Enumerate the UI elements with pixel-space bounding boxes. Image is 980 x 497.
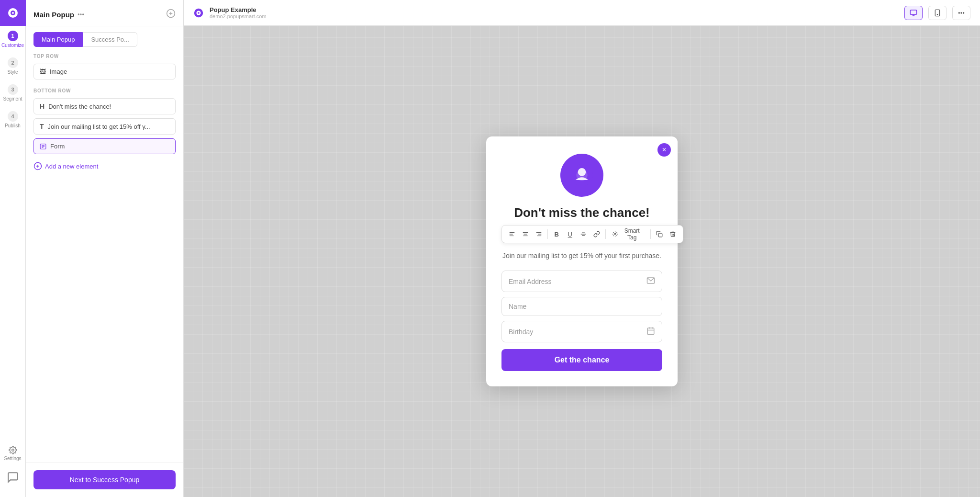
format-divider-1 xyxy=(547,229,548,239)
email-field[interactable]: Email Address xyxy=(501,271,662,292)
popup-logo-icon xyxy=(570,163,594,187)
form-item-label: Form xyxy=(50,143,65,150)
popup-close-button[interactable]: × xyxy=(657,143,671,157)
svg-rect-44 xyxy=(647,328,654,335)
more-options-topbar-button[interactable] xyxy=(952,6,970,20)
popup-heading[interactable]: Don't miss the chance! xyxy=(501,205,662,220)
format-divider-2 xyxy=(605,229,606,239)
t-icon: T xyxy=(40,123,44,130)
form-icon xyxy=(40,143,46,150)
step-label-style: Style xyxy=(7,69,18,75)
sidebar-item-style[interactable]: 2 Style xyxy=(0,53,26,79)
strikethrough-button[interactable] xyxy=(577,227,590,241)
svg-rect-23 xyxy=(935,10,939,16)
bottom-row-label: BOTTOM ROW xyxy=(26,81,183,96)
add-element-label: Add a new element xyxy=(45,163,98,170)
mobile-icon xyxy=(934,9,941,17)
tab-success-popup[interactable]: Success Po... xyxy=(83,32,137,47)
popup-logo-circle xyxy=(560,154,603,197)
top-row-image-item[interactable]: 🖼 Image xyxy=(33,64,176,79)
top-row-label: TOP ROW xyxy=(26,47,183,62)
desktop-view-button[interactable] xyxy=(904,6,923,20)
bottom-row-heading-item[interactable]: H Don't miss the chance! xyxy=(33,98,176,114)
svg-point-4 xyxy=(78,14,79,15)
sidebar-item-publish[interactable]: 4 Publish xyxy=(0,106,26,133)
calendar-icon xyxy=(646,327,655,337)
align-left-button[interactable] xyxy=(506,227,518,241)
smart-tag-label: Smart Tag xyxy=(620,227,644,241)
topbar-domain: demo2.popupsmart.com xyxy=(210,13,267,19)
heading-item-label: Don't miss the chance! xyxy=(48,103,111,110)
underline-button[interactable]: U xyxy=(564,227,576,241)
bottom-row-form-item[interactable]: Form xyxy=(33,138,176,154)
svg-point-25 xyxy=(958,12,959,13)
more-options-icon[interactable] xyxy=(77,11,85,18)
panel-footer: Next to Success Popup xyxy=(26,462,183,497)
popup-smart-topbar-logo xyxy=(193,8,204,18)
smart-tag-icon xyxy=(612,231,618,237)
settings-button[interactable]: Settings xyxy=(0,441,26,465)
step-num-4: 4 xyxy=(8,111,18,122)
popup-logo-area xyxy=(501,154,662,197)
step-label-publish: Publish xyxy=(5,123,21,128)
add-new-element-button[interactable]: Add a new element xyxy=(26,156,183,176)
copy-button[interactable] xyxy=(653,227,666,241)
birthday-placeholder: Birthday xyxy=(509,328,533,336)
panel-header: Main Popup xyxy=(26,0,183,26)
format-divider-3 xyxy=(650,229,651,239)
svg-rect-20 xyxy=(910,10,916,14)
topbar-title: Popup Example xyxy=(210,6,267,13)
delete-icon xyxy=(669,231,676,237)
name-field[interactable]: Name xyxy=(501,297,662,316)
bold-button[interactable]: B xyxy=(550,227,563,241)
birthday-field[interactable]: Birthday xyxy=(501,321,662,342)
submit-button[interactable]: Get the chance xyxy=(501,349,662,371)
sidebar-item-customize[interactable]: 1 Customize xyxy=(0,26,26,53)
svg-point-41 xyxy=(614,233,616,235)
svg-point-2 xyxy=(12,12,14,14)
svg-point-6 xyxy=(83,14,84,15)
align-left-icon xyxy=(509,231,515,237)
desktop-icon xyxy=(910,9,917,17)
plus-icon xyxy=(33,162,42,170)
copy-icon xyxy=(656,231,663,237)
sidebar-item-segment[interactable]: 3 Segment xyxy=(0,79,26,106)
svg-point-27 xyxy=(963,12,964,13)
align-center-icon xyxy=(522,231,529,237)
plus-circle-icon[interactable] xyxy=(166,9,176,18)
settings-label: Settings xyxy=(4,456,21,461)
svg-point-26 xyxy=(961,12,962,13)
svg-point-19 xyxy=(198,12,200,14)
heading-section: Don't miss the chance! B U xyxy=(501,205,662,243)
chat-button[interactable] xyxy=(0,465,26,489)
tab-main-popup[interactable]: Main Popup xyxy=(33,32,83,47)
svg-rect-42 xyxy=(658,233,662,237)
h-icon: H xyxy=(40,102,45,110)
step-num-2: 2 xyxy=(8,57,18,68)
app-logo[interactable] xyxy=(0,0,26,26)
step-label-segment: Segment xyxy=(3,96,22,102)
svg-point-5 xyxy=(80,14,81,15)
next-to-success-button[interactable]: Next to Success Popup xyxy=(33,470,176,489)
format-toolbar: B U Smart Tag xyxy=(501,225,683,243)
step-num-1: 1 xyxy=(8,31,18,41)
main-canvas: Popup Example demo2.popupsmart.com × xyxy=(184,0,980,497)
mobile-view-button[interactable] xyxy=(928,6,947,20)
popup-type-tabs: Main Popup Success Po... xyxy=(26,26,183,47)
align-right-icon xyxy=(535,231,542,237)
email-icon xyxy=(646,276,655,286)
popup-modal: × Don't miss the chance! xyxy=(486,136,678,386)
bottom-row-text-item[interactable]: T Join our mailing list to get 15% off y… xyxy=(33,118,176,135)
delete-button[interactable] xyxy=(667,227,679,241)
image-item-label: Image xyxy=(50,68,67,75)
link-button[interactable] xyxy=(590,227,603,241)
align-right-button[interactable] xyxy=(533,227,545,241)
smart-tag-button[interactable]: Smart Tag xyxy=(608,227,648,241)
editor-panel: Main Popup Main Popup Success Po... TOP … xyxy=(26,0,184,497)
popup-overlay: × Don't miss the chance! xyxy=(184,26,980,497)
add-section-button[interactable] xyxy=(166,9,176,20)
ellipsis-icon xyxy=(958,9,965,17)
align-center-button[interactable] xyxy=(519,227,532,241)
svg-point-3 xyxy=(11,449,14,452)
sidebar-bottom: Settings xyxy=(0,441,26,489)
